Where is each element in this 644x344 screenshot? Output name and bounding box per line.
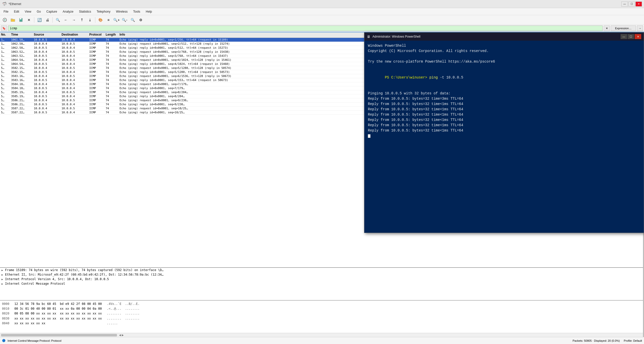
menu-file[interactable]: File: [1, 9, 11, 14]
cell-len: 74: [105, 74, 119, 78]
cell-proto: ICMP: [88, 54, 105, 58]
cell-len: 74: [105, 91, 119, 94]
menu-edit[interactable]: Edit: [11, 9, 22, 14]
menu-view[interactable]: View: [22, 9, 34, 14]
zoom-reset-btn[interactable]: 🔍: [129, 16, 136, 23]
cell-source: 10.0.0.4: [33, 99, 61, 102]
cell-dest: 10.0.0.4: [61, 87, 88, 90]
cell-time: 3583.16…: [10, 74, 33, 78]
ps-titlebar-controls[interactable]: — ☐ ✕: [621, 34, 641, 39]
filter-clear-btn[interactable]: ✕: [604, 25, 610, 31]
filter-input[interactable]: [8, 25, 603, 31]
ps-header4: Try the new cross-platform PowerShell ht…: [368, 59, 640, 64]
cell-source: 10.0.0.5: [33, 62, 61, 66]
autoscroll-btn[interactable]: ≡: [105, 16, 112, 23]
cell-len: 74: [105, 70, 119, 74]
menu-wireless[interactable]: Wireless: [113, 9, 130, 14]
close-capture-btn[interactable]: ✕: [25, 16, 33, 23]
hex-panel: 0000 0010 0020 0030 0040 12 34 56 78 9a …: [0, 300, 643, 328]
filter-expression-btn[interactable]: Expression…: [611, 25, 636, 31]
cell-len: 74: [105, 99, 119, 102]
go-last-btn[interactable]: ⤓: [86, 16, 94, 23]
ps-close-button[interactable]: ✕: [635, 34, 641, 39]
cell-dest: 10.0.0.5: [61, 42, 88, 45]
cell-proto: ICMP: [88, 83, 105, 86]
new-capture-btn[interactable]: [1, 16, 9, 23]
detail-text: Internet Control Message Protocol: [5, 282, 65, 285]
detail-row[interactable]: ▶Internet Control Message Protocol: [0, 281, 643, 286]
cell-time: 1063.52…: [10, 54, 33, 58]
menu-go[interactable]: Go: [34, 9, 43, 14]
ps-maximize-button[interactable]: ☐: [628, 34, 634, 39]
minimize-button[interactable]: —: [621, 2, 628, 7]
title-bar-controls[interactable]: — ☐ ✕: [621, 2, 642, 7]
go-fwd-btn[interactable]: →: [70, 16, 78, 23]
detail-row[interactable]: ▶Frame 15109: 74 bytes on wire (592 bits…: [0, 268, 643, 272]
colorize-btn[interactable]: 🎨: [97, 16, 104, 23]
ps-minimize-button[interactable]: —: [621, 34, 627, 39]
cell-source: 10.0.0.5: [33, 54, 61, 58]
svg-rect-5: [20, 18, 21, 19]
hscroll[interactable]: ◀ ▶: [0, 333, 643, 337]
go-first-btn[interactable]: ⤒: [78, 16, 86, 23]
zoom-out-btn[interactable]: 🔍-: [121, 16, 128, 23]
cell-proto: ICMP: [88, 46, 105, 49]
cell-len: 74: [105, 58, 119, 62]
maximize-button[interactable]: ☐: [628, 2, 635, 7]
close-button[interactable]: ✕: [635, 2, 642, 7]
cell-no: 5…: [0, 107, 10, 110]
cell-time: 3585.19…: [10, 95, 33, 98]
filter-bookmark-btn[interactable]: 🔖: [1, 25, 7, 31]
detail-row[interactable]: ▶Internet Protocol Version 4, Src: 10.0.…: [0, 277, 643, 281]
ready-icon: 🔵: [2, 339, 6, 342]
reload-btn[interactable]: 🔄: [36, 16, 43, 23]
cell-dest: 10.0.0.4: [61, 78, 88, 82]
detail-expand-icon: ▶: [2, 282, 5, 285]
ps-window-title: Administrator: Windows PowerShell: [372, 35, 420, 38]
menu-analyze[interactable]: Analyze: [60, 9, 76, 14]
find-btn[interactable]: 🔍: [54, 16, 62, 23]
open-btn[interactable]: [9, 16, 17, 23]
sep1: [34, 17, 34, 23]
cell-no: 5…: [0, 99, 10, 102]
hex-ascii: .4Vx..`E ..B/..E. .<..@... ........ ....…: [107, 302, 140, 327]
save-btn[interactable]: [17, 16, 25, 23]
cell-len: 74: [105, 87, 119, 90]
ps-cmd-flag: -t: [438, 75, 444, 80]
menu-telephony[interactable]: Telephony: [94, 9, 113, 14]
cell-time: 3584.18…: [10, 87, 33, 90]
menu-capture[interactable]: Capture: [44, 9, 60, 14]
filter-apply-btn[interactable]: →: [637, 25, 643, 31]
cell-len: 74: [105, 103, 119, 106]
ps-reply-line: Reply from 10.0.0.5: bytes=32 time<1ms T…: [368, 101, 640, 107]
cell-len: 74: [105, 46, 119, 49]
menu-tools[interactable]: Tools: [131, 9, 143, 14]
settings-btn[interactable]: ⚙: [137, 16, 144, 23]
ps-prompt: PS C:\Users\winuser>: [385, 75, 429, 80]
ps-pinging: [368, 86, 640, 91]
toolbar: ✕ 🔄 🖨 🔍 ← → ⤒ ⤓ 🎨 ≡ 🔍+ 🔍- 🔍 ⚙: [0, 15, 644, 25]
cell-len: 74: [105, 95, 119, 98]
menu-help[interactable]: Help: [143, 9, 155, 14]
print-btn[interactable]: 🖨: [44, 16, 51, 23]
go-back-btn[interactable]: ←: [62, 16, 70, 23]
ps-reply-line: Reply from 10.0.0.5: bytes=32 time<1ms T…: [368, 123, 640, 128]
cell-len: 74: [105, 38, 119, 41]
cell-time: 3582.15…: [10, 66, 33, 70]
cell-source: 10.0.0.4: [33, 58, 61, 62]
status-bar: 🔵 Internet Control Message Protocol: Pro…: [0, 337, 644, 344]
app-icon: 🦈: [2, 2, 7, 6]
cell-len: 74: [105, 78, 119, 82]
cell-no: 5…: [0, 91, 10, 94]
cell-source: 10.0.0.5: [33, 103, 61, 106]
detail-row[interactable]: ▶Ethernet II, Src: Microsof_e9:42:2f (60…: [0, 272, 643, 277]
cell-no: 1…: [0, 58, 10, 62]
cell-proto: ICMP: [88, 107, 105, 110]
menu-statistics[interactable]: Statistics: [76, 9, 94, 14]
cell-dest: 10.0.0.5: [61, 66, 88, 70]
hex-offsets: 0000 0010 0020 0030 0040: [2, 302, 9, 327]
cell-no: 5…: [0, 83, 10, 86]
cell-proto: ICMP: [88, 70, 105, 74]
powershell-window: 🖥 Administrator: Windows PowerShell — ☐ …: [364, 32, 644, 233]
zoom-in-btn[interactable]: 🔍+: [113, 16, 120, 23]
